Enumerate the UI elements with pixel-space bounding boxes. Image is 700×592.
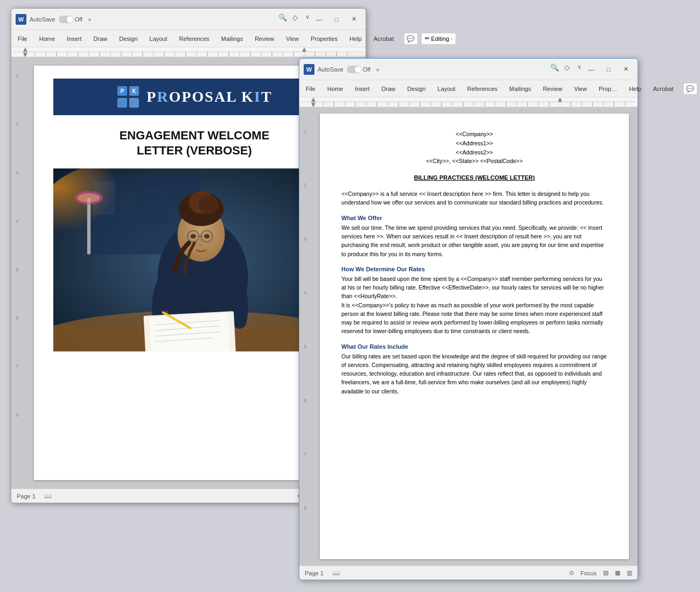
ribbon-review-2[interactable]: Review (541, 84, 564, 93)
search-icon[interactable]: 🔍 (278, 13, 287, 25)
more-options-icon[interactable]: ∨ (305, 13, 310, 25)
autosave-label: AutoSave (30, 16, 55, 23)
section-body-1: We sell our time. The time we spend prov… (341, 223, 607, 258)
svg-rect-60 (87, 198, 90, 255)
svg-rect-83 (302, 102, 635, 102)
svg-text:7: 7 (16, 364, 18, 369)
city-state-zip-line: <<City>>, <<State>> <<PostalCode>> (341, 157, 607, 166)
ribbon-layout-2[interactable]: Layout (436, 84, 458, 93)
ribbon-home[interactable]: Home (37, 34, 57, 43)
svg-text:2: 2 (304, 182, 306, 188)
ribbon-view-2[interactable]: View (572, 84, 589, 93)
ribbon-acrobat[interactable]: Acrobat (372, 34, 396, 43)
maximize-button-2[interactable]: □ (601, 64, 616, 75)
focus-label-2: Focus (580, 570, 597, 576)
read-mode-icon[interactable]: 📖 (44, 492, 52, 499)
ribbon-layout[interactable]: Layout (148, 34, 170, 43)
doc-outer-front: 1 2 3 4 5 6 7 8 <<Company>> <<Address1>>… (299, 107, 638, 566)
svg-rect-82 (302, 97, 635, 107)
company-line: <<Company>> (341, 130, 607, 139)
search-icon-2[interactable]: 🔍 (550, 64, 559, 75)
svg-text:6: 6 (16, 315, 18, 321)
svg-text:8: 8 (304, 505, 306, 511)
layout-icon5[interactable]: ▦ (615, 569, 620, 576)
word-app-icon-2: W (304, 64, 314, 75)
address1-line: <<Address1>> (341, 139, 607, 148)
ribbon-properties[interactable]: Properties (309, 34, 340, 43)
svg-point-68 (198, 196, 219, 214)
close-button-2[interactable]: ✕ (618, 64, 633, 75)
page-indicator: Page 1 (17, 493, 36, 499)
ribbon-references[interactable]: References (177, 34, 212, 43)
doc-image (53, 168, 335, 351)
ribbon-draw[interactable]: Draw (92, 34, 110, 43)
ribbon-help-2[interactable]: Help (627, 84, 643, 93)
ribbon-file-2[interactable]: File (304, 84, 318, 93)
ribbon-acrobat-2[interactable]: Acrobat (651, 84, 676, 93)
ribbon-file[interactable]: File (16, 34, 30, 43)
maximize-button[interactable]: □ (329, 13, 344, 25)
ribbon-insert-2[interactable]: Insert (353, 84, 372, 93)
layout-icon6[interactable]: ▥ (627, 569, 632, 576)
comment-button[interactable]: 💬 (404, 33, 418, 45)
ribbon-design[interactable]: Design (117, 34, 139, 43)
minimize-button-2[interactable]: — (584, 64, 599, 75)
ribbon-review[interactable]: Review (253, 34, 276, 43)
pk-title: PROPOSAL KIT (146, 88, 272, 105)
more-options-icon-2[interactable]: ∨ (577, 64, 582, 75)
toggle-track-2 (347, 66, 362, 73)
ribbon-mailings[interactable]: Mailings (219, 34, 245, 43)
autosave-toggle-2[interactable]: Off (347, 66, 370, 73)
ruler-svg-2 (302, 97, 635, 107)
read-mode-icon-2[interactable]: 📖 (332, 569, 340, 576)
ribbon-back: File Home Insert Draw Design Layout Refe… (11, 30, 366, 47)
address-block: <<Company>> <<Address1>> <<Address2>> <<… (341, 130, 607, 166)
svg-text:5: 5 (16, 267, 18, 272)
svg-text:3: 3 (304, 236, 306, 242)
svg-text:3: 3 (16, 170, 18, 175)
title-bar-back: W AutoSave Off » 🔍 ◇ ∨ — □ ✕ (11, 9, 366, 30)
ribbon-front: File Home Insert Draw Design Layout Refe… (299, 80, 638, 97)
title-bar-expand-icon-2[interactable]: » (376, 66, 379, 73)
toggle-thumb-2 (355, 66, 361, 73)
svg-text:8: 8 (16, 412, 18, 418)
ribbon-properties-2[interactable]: Prop… (597, 84, 619, 93)
editing-chevron-icon: › (451, 36, 452, 41)
intro-para: <<Company>> is a full service << Insert … (341, 189, 607, 207)
svg-rect-1 (13, 52, 363, 52)
ruler-back (11, 47, 366, 57)
ribbon-help[interactable]: Help (347, 34, 364, 43)
ribbon-references-2[interactable]: References (465, 84, 500, 93)
section-body-2: Your bill will be based upon the time sp… (341, 274, 607, 336)
ribbon-home-2[interactable]: Home (325, 84, 345, 93)
toggle-off-label-2: Off (363, 66, 370, 73)
ribbon-draw-2[interactable]: Draw (380, 84, 398, 93)
comment-button-2[interactable]: 💬 (683, 83, 697, 95)
ribbon-insert[interactable]: Insert (65, 34, 84, 43)
close-button[interactable]: ✕ (346, 13, 361, 25)
title-bar-expand-icon[interactable]: » (88, 16, 91, 23)
editing-button[interactable]: ✏ Editing › (421, 33, 457, 45)
minimize-button[interactable]: — (312, 13, 327, 25)
ruler-front (299, 97, 638, 107)
pk-header: P K PROPOSAL KIT (53, 79, 335, 115)
svg-text:1: 1 (16, 73, 18, 79)
svg-rect-117 (299, 111, 311, 566)
svg-text:2: 2 (16, 122, 18, 127)
svg-text:K: K (132, 88, 137, 94)
toggle-off-label: Off (75, 16, 82, 23)
focus-icon-2[interactable]: ⊙ (569, 569, 574, 576)
page-front: <<Company>> <<Address1>> <<Address2>> <<… (320, 114, 629, 559)
ribbon-mailings-2[interactable]: Mailings (507, 84, 533, 93)
svg-text:6: 6 (304, 398, 306, 403)
svg-rect-0 (13, 47, 363, 57)
diamond-icon-2: ◇ (564, 64, 570, 75)
ribbon-design-2[interactable]: Design (405, 84, 428, 93)
ribbon-view[interactable]: View (284, 34, 301, 43)
layout-icon4[interactable]: ▤ (603, 569, 608, 576)
address2-line: <<Address2>> (341, 148, 607, 157)
svg-text:P: P (121, 88, 124, 94)
toggle-track (59, 16, 74, 23)
svg-point-72 (191, 234, 196, 238)
autosave-toggle[interactable]: Off (59, 16, 82, 23)
